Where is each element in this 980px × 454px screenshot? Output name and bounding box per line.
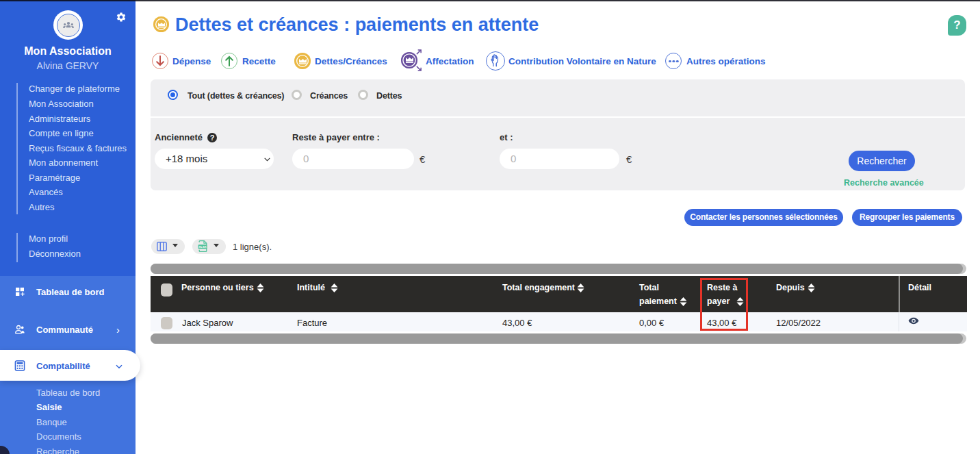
svg-text:XLSX: XLSX: [199, 245, 207, 249]
